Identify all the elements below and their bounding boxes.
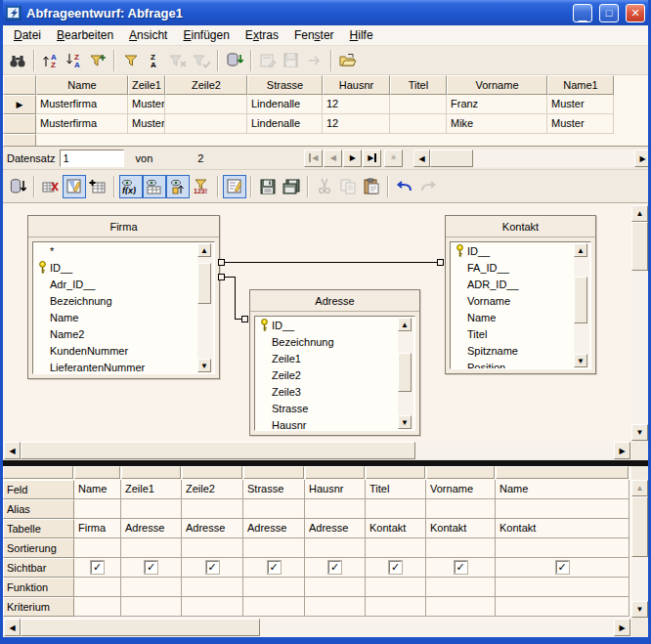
grid-row-label-alias[interactable]: Alias — [3, 499, 74, 519]
column-header-hausnr[interactable]: Hausnr — [323, 75, 390, 95]
grid-cell-tabelle[interactable]: Adresse — [182, 519, 243, 538]
datasheet-cell[interactable]: Musterfirma — [36, 95, 128, 114]
datasheet-cell[interactable]: 12 — [323, 95, 390, 114]
grid-cell-kriterium[interactable] — [366, 597, 426, 617]
scroll-down-button[interactable]: ▼ — [574, 354, 587, 367]
grid-cell-alias[interactable] — [426, 499, 496, 519]
filter-values-button[interactable]: 123! — [190, 175, 213, 198]
grid-cell-alias[interactable] — [182, 499, 243, 519]
grid-cell-sichtbar[interactable]: ✓ — [426, 558, 496, 578]
show-sort-button[interactable] — [166, 175, 190, 198]
grid-cell-funktion[interactable] — [426, 578, 496, 597]
nav-scroll-left-button[interactable]: ◀ — [413, 150, 430, 167]
design-scroll-right-button[interactable]: ▶ — [614, 442, 630, 459]
datasheet-cell[interactable]: Muster — [547, 114, 614, 134]
scroll-down-button[interactable]: ▼ — [197, 359, 211, 372]
grid-cell-feld[interactable]: Zeile2 — [182, 480, 243, 499]
grid-cell-tabelle[interactable]: Adresse — [243, 519, 305, 538]
column-header-name1[interactable]: Name1 — [547, 75, 614, 95]
row-selector[interactable]: ▶ — [3, 95, 36, 114]
grid-cell-feld[interactable]: Name — [74, 480, 121, 499]
row-selector[interactable] — [3, 134, 36, 147]
column-header-zeile1[interactable]: Zeile1 — [128, 75, 165, 95]
show-functions-button[interactable]: f(x) — [119, 175, 143, 198]
grid-cell-tabelle[interactable]: Kontakt — [366, 519, 426, 538]
grid-cell-feld[interactable]: Vorname — [426, 480, 496, 499]
nav-scrollbar-thumb[interactable] — [430, 150, 473, 167]
field-item-lieferantennummer[interactable]: LieferantenNummer — [33, 359, 214, 374]
datasheet-cell[interactable]: Muster — [128, 95, 165, 114]
nav-scroll-right-button[interactable]: ▶ — [634, 150, 651, 167]
grid-cell-kriterium[interactable] — [496, 597, 629, 617]
grid-cell-funktion[interactable] — [121, 578, 182, 597]
grid-scroll-right-button[interactable]: ▶ — [614, 619, 630, 636]
grid-cell-sichtbar[interactable]: ✓ — [182, 558, 243, 578]
table-title-kontakt[interactable]: Kontakt — [446, 216, 595, 237]
field-item-kundennummer[interactable]: KundenNummer — [33, 342, 214, 359]
properties-button[interactable] — [223, 175, 246, 198]
grid-cell-sortierung[interactable] — [426, 538, 496, 558]
field-item-adrid[interactable]: Adr_ID__ — [33, 276, 214, 292]
grid-cell-sichtbar[interactable]: ✓ — [121, 558, 182, 578]
menu-item-fenster[interactable]: Fenster — [287, 26, 341, 44]
grid-column-selector[interactable] — [305, 466, 365, 479]
column-header-titel[interactable]: Titel — [390, 75, 447, 95]
scroll-down-button[interactable]: ▼ — [398, 415, 412, 429]
filter-button[interactable] — [119, 49, 143, 72]
table-title-adresse[interactable]: Adresse — [250, 290, 419, 312]
grid-row-label-kriterium[interactable]: Kriterium — [3, 597, 74, 617]
design-scroll-down-button[interactable]: ▼ — [631, 424, 648, 441]
row-selector[interactable] — [3, 114, 36, 134]
grid-cell-sichtbar[interactable]: ✓ — [243, 558, 305, 578]
field-item-faid[interactable]: FA_ID__ — [451, 259, 590, 276]
grid-cell-alias[interactable] — [243, 499, 305, 519]
design-view-button[interactable] — [63, 175, 86, 198]
scrollbar-thumb[interactable] — [398, 353, 412, 392]
table-title-firma[interactable]: Firma — [28, 216, 219, 237]
grid-hscrollbar-thumb[interactable] — [21, 619, 260, 636]
save-button[interactable] — [256, 175, 280, 198]
column-header-zeile2[interactable]: Zeile2 — [165, 75, 247, 95]
record-number-input[interactable]: 1 — [60, 150, 124, 167]
grid-cell-funktion[interactable] — [243, 578, 305, 597]
sichtbar-checkbox[interactable]: ✓ — [455, 561, 467, 574]
grid-cell-sichtbar[interactable]: ✓ — [305, 558, 366, 578]
grid-cell-funktion[interactable] — [496, 578, 629, 597]
grid-cell-alias[interactable] — [366, 499, 426, 519]
grid-cell-kriterium[interactable] — [426, 597, 496, 617]
grid-cell-tabelle[interactable]: Adresse — [121, 519, 182, 538]
sichtbar-checkbox[interactable]: ✓ — [389, 561, 402, 574]
field-item-name2[interactable]: Name2 — [33, 325, 214, 342]
field-item-name[interactable]: Name — [33, 309, 214, 325]
sichtbar-checkbox[interactable]: ✓ — [91, 561, 104, 574]
sort-descending-button[interactable]: ZA — [63, 49, 86, 72]
join-line[interactable] — [224, 262, 439, 263]
scroll-up-button[interactable]: ▲ — [574, 243, 587, 257]
field-item-adrid[interactable]: ADR_ID__ — [451, 276, 590, 292]
field-item-id[interactable]: ID__ — [33, 259, 214, 276]
datasheet-cell[interactable]: Muster — [128, 114, 165, 134]
grid-scroll-left-button[interactable]: ◀ — [4, 619, 21, 636]
sichtbar-checkbox[interactable]: ✓ — [145, 561, 157, 574]
grid-row-label-funktion[interactable]: Funktion — [3, 578, 74, 597]
scroll-up-button[interactable]: ▲ — [398, 318, 412, 331]
field-item-zeile3[interactable]: Zeile3 — [255, 383, 414, 400]
grid-row-label-tabelle[interactable]: Tabelle — [3, 519, 74, 538]
field-item-position[interactable]: Position — [451, 359, 590, 369]
grid-column-selector[interactable] — [496, 466, 629, 479]
grid-cell-sortierung[interactable] — [366, 538, 426, 558]
grid-column-selector[interactable] — [74, 466, 120, 479]
grid-cell-sichtbar[interactable]: ✓ — [366, 558, 426, 578]
sichtbar-checkbox[interactable]: ✓ — [206, 561, 219, 574]
grid-cell-tabelle[interactable]: Kontakt — [496, 519, 629, 538]
add-table-button[interactable] — [86, 175, 109, 198]
scroll-up-button[interactable]: ▲ — [197, 243, 211, 257]
grid-scroll-down-button[interactable]: ▼ — [631, 601, 648, 618]
field-list-scrollbar[interactable]: ▲▼ — [197, 243, 213, 372]
field-item-spitzname[interactable]: Spitzname — [451, 342, 590, 359]
grid-cell-kriterium[interactable] — [121, 597, 182, 617]
join-line[interactable] — [235, 277, 236, 320]
field-list-scrollbar[interactable]: ▲▼ — [574, 243, 589, 367]
filter-add-button[interactable] — [86, 49, 109, 72]
field-item-zeile2[interactable]: Zeile2 — [255, 366, 414, 383]
